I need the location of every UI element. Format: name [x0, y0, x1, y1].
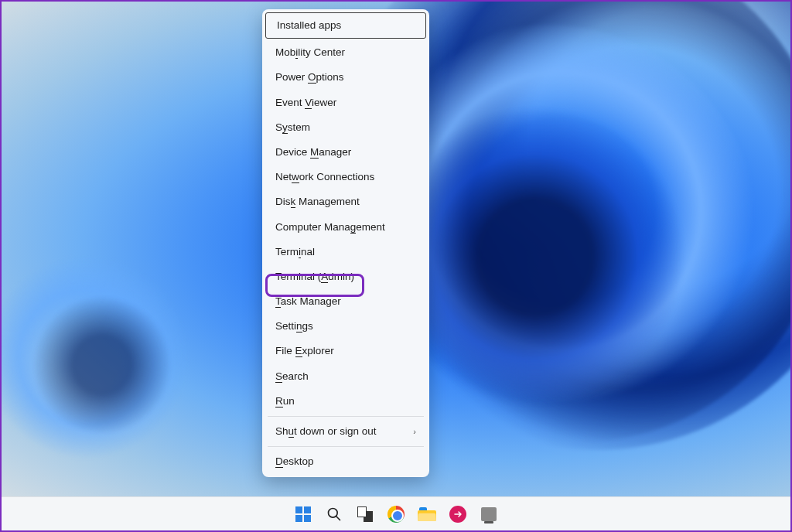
chevron-right-icon: › [413, 427, 416, 437]
menu-item-computer-management[interactable]: Computer Management [265, 215, 427, 240]
menu-item-device-manager[interactable]: Device Manager [265, 140, 427, 165]
menu-item-search[interactable]: Search [265, 364, 427, 389]
menu-item-event-viewer[interactable]: Event Viewer [265, 90, 427, 115]
menu-item-label: Disk Management [275, 196, 360, 208]
task-view-icon [357, 506, 373, 522]
chrome-button[interactable] [385, 503, 407, 525]
menu-item-terminal[interactable]: Terminal [265, 240, 427, 264]
search-icon [326, 506, 342, 522]
menu-item-label: File Explorer [275, 345, 334, 357]
folder-icon [418, 507, 436, 521]
menu-item-label: Task Manager [275, 295, 341, 308]
menu-separator [268, 446, 424, 447]
menu-item-label: Terminal (Admin) [275, 271, 354, 283]
menu-item-label: Event Viewer [275, 97, 336, 109]
power-user-menu: Installed appsMobility CenterPower Optio… [262, 9, 429, 477]
menu-item-label: Search [275, 370, 309, 383]
menu-item-label: Terminal [275, 246, 315, 258]
task-view-button[interactable] [354, 503, 376, 525]
menu-item-label: Network Connections [275, 171, 374, 183]
menu-item-label: Computer Management [275, 221, 385, 234]
file-explorer-button[interactable] [416, 503, 438, 525]
menu-item-label: Settings [275, 320, 313, 332]
menu-item-label: Desktop [275, 455, 314, 468]
chrome-icon [387, 506, 405, 523]
menu-item-label: Power Options [275, 71, 344, 84]
svg-line-3 [336, 516, 340, 520]
menu-item-settings[interactable]: Settings [265, 314, 427, 339]
start-button[interactable] [292, 503, 314, 525]
menu-item-label: Shut down or sign out [275, 425, 377, 438]
menu-item-task-manager[interactable]: Task Manager [265, 289, 427, 314]
app-icon [449, 506, 466, 523]
pinned-app-button[interactable] [447, 503, 469, 525]
menu-separator [268, 416, 424, 417]
menu-item-network-connections[interactable]: Network Connections [265, 165, 427, 189]
app-icon [481, 507, 497, 521]
menu-item-label: Run [275, 395, 295, 408]
menu-item-label: System [275, 121, 310, 134]
menu-item-label: Device Manager [275, 146, 351, 159]
search-button[interactable] [323, 503, 345, 525]
menu-item-terminal-admin[interactable]: Terminal (Admin) [265, 264, 427, 289]
windows-logo-icon [295, 506, 311, 522]
menu-item-system[interactable]: System [265, 115, 427, 140]
menu-item-file-explorer[interactable]: File Explorer [265, 339, 427, 363]
menu-item-mobility-center[interactable]: Mobility Center [265, 40, 427, 65]
wallpaper-bloom [25, 280, 179, 450]
menu-item-power-options[interactable]: Power Options [265, 65, 427, 90]
menu-item-disk-management[interactable]: Disk Management [265, 189, 427, 214]
menu-item-run[interactable]: Run [265, 389, 427, 414]
menu-item-label: Installed apps [277, 19, 341, 32]
pinned-app-2-button[interactable] [478, 503, 500, 525]
menu-item-desktop[interactable]: Desktop [265, 449, 427, 474]
menu-item-installed-apps[interactable]: Installed apps [265, 12, 426, 39]
menu-item-label: Mobility Center [275, 46, 345, 59]
taskbar [2, 496, 790, 530]
menu-item-shutdown[interactable]: Shut down or sign out› [265, 419, 427, 444]
